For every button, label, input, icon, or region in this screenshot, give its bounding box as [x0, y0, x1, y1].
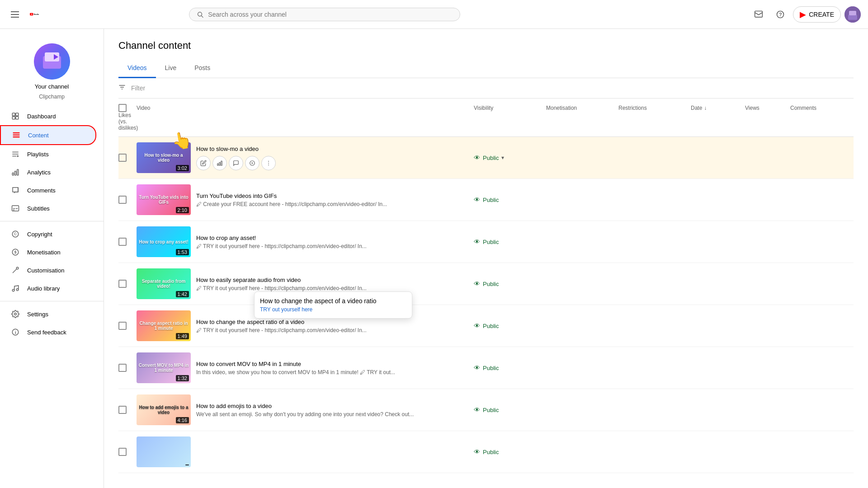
- sidebar-item-label-analytics: Analytics: [27, 169, 51, 176]
- sidebar-item-audio-library[interactable]: Audio library: [0, 279, 104, 297]
- customisation-icon: [11, 266, 20, 275]
- svg-rect-28: [17, 169, 19, 175]
- table-row: Separate audio from video! 1:42 How to e…: [118, 263, 854, 305]
- row1-title: How to slow-mo a video: [196, 145, 276, 152]
- row5-desc: 🖊 TRY it out yourself here - https://cli…: [196, 327, 367, 333]
- sidebar-item-content[interactable]: Content: [0, 125, 96, 145]
- col-monetisation: Monetisation: [546, 105, 618, 111]
- row5-thumbnail[interactable]: Change aspect ratio in 1 minute 1:49: [137, 310, 191, 341]
- popup-card: How to change the aspect of a video rati…: [254, 291, 412, 319]
- menu-icon[interactable]: [7, 8, 23, 21]
- sidebar-divider-2: [0, 301, 104, 301]
- tab-videos[interactable]: Videos: [118, 59, 156, 78]
- svg-rect-44: [217, 164, 218, 165]
- content-header: Channel content Videos Live Posts: [104, 29, 868, 78]
- row3-title: How to crop any asset!: [196, 235, 367, 241]
- row6-thumbnail[interactable]: Convert MOV to MP4 in 1 minute 1:32: [137, 352, 191, 383]
- subtitles-icon: [11, 204, 20, 213]
- row1-analytics-button[interactable]: [212, 156, 227, 170]
- row8-thumbnail[interactable]: [137, 436, 191, 467]
- sidebar-item-label-subtitles: Subtitles: [27, 205, 50, 212]
- channel-avatar-image: [34, 43, 70, 80]
- svg-rect-26: [12, 173, 14, 175]
- sidebar-item-comments[interactable]: Comments: [0, 181, 104, 199]
- row1-thumbnail[interactable]: How to slow-mo a video 3:02: [137, 142, 191, 173]
- tab-live[interactable]: Live: [156, 59, 186, 78]
- col-date-label: Date: [691, 105, 702, 111]
- row1-monetise-button[interactable]: $: [245, 156, 259, 170]
- svg-rect-19: [13, 132, 20, 133]
- row7-thumbnail[interactable]: How to add emojis to a video 4:16: [137, 394, 191, 425]
- svg-rect-18: [16, 117, 19, 119]
- sidebar-item-subtitles[interactable]: Subtitles: [0, 199, 104, 217]
- row1-visibility: 👁 Public ▾: [474, 154, 546, 161]
- filter-icon: [118, 84, 126, 93]
- filter-placeholder[interactable]: Filter: [131, 84, 145, 92]
- row3-thumbnail[interactable]: How to crop any asset! 1:53: [137, 226, 191, 257]
- sidebar-item-dashboard[interactable]: Dashboard: [0, 107, 104, 125]
- sidebar-item-monetisation[interactable]: $ Monetisation: [0, 243, 104, 261]
- copyright-icon: ©: [11, 230, 20, 239]
- search-input[interactable]: [208, 11, 453, 18]
- tab-posts[interactable]: Posts: [185, 59, 219, 78]
- sidebar-item-analytics[interactable]: Analytics: [0, 163, 104, 181]
- row2-thumbnail[interactable]: Turn YouTube vids into GIFs 2:10: [137, 184, 191, 215]
- sidebar-item-send-feedback[interactable]: i Send feedback: [0, 323, 104, 341]
- row1-more-button[interactable]: [261, 156, 276, 170]
- create-button[interactable]: ▶ CREATE: [793, 6, 841, 23]
- sidebar-item-playlists[interactable]: Playlists: [0, 145, 104, 163]
- row3-checkbox[interactable]: [118, 238, 137, 246]
- playlists-icon: [11, 150, 20, 159]
- row2-vis-icon: 👁: [474, 196, 480, 203]
- row5-checkbox[interactable]: [118, 322, 137, 330]
- row7-checkbox[interactable]: [118, 406, 137, 414]
- row4-info: How to easily separate audio from video …: [196, 277, 367, 291]
- help-button[interactable]: ?: [771, 5, 789, 23]
- row6-checkbox[interactable]: [118, 364, 137, 372]
- row1-vis-label: Public: [483, 155, 499, 161]
- row4-desc: 🖊 TRY it out yourself here - https://cli…: [196, 285, 367, 291]
- messages-button[interactable]: [750, 5, 768, 23]
- row4-checkbox[interactable]: [118, 280, 137, 288]
- row1-vis-icon: 👁: [474, 154, 480, 161]
- row4-thumbnail[interactable]: Separate audio from video! 1:42: [137, 268, 191, 299]
- row1-checkbox[interactable]: [118, 154, 137, 162]
- row6-visibility: 👁 Public: [474, 364, 546, 371]
- row4-duration: 1:42: [176, 291, 189, 297]
- help-icon: ?: [776, 10, 785, 19]
- select-all-checkbox[interactable]: [118, 104, 137, 112]
- row2-checkbox[interactable]: [118, 196, 137, 204]
- main-content: Channel content Videos Live Posts Filter: [104, 29, 868, 488]
- layout: Your channel Clipchamp Dashboard Content…: [0, 29, 868, 488]
- avatar[interactable]: [844, 6, 861, 23]
- row7-duration: 4:16: [176, 417, 189, 423]
- sidebar-item-copyright[interactable]: © Copyright: [0, 225, 104, 243]
- row1-comments-button[interactable]: [229, 156, 243, 170]
- logo[interactable]: Studio: [30, 10, 41, 18]
- row3-vis-icon: 👁: [474, 238, 480, 245]
- row7-vis-label: Public: [483, 407, 499, 413]
- sidebar-item-settings[interactable]: Settings: [0, 305, 104, 323]
- col-video: Video: [137, 105, 474, 111]
- svg-rect-46: [221, 161, 222, 165]
- col-date[interactable]: Date ↓: [691, 105, 745, 111]
- svg-point-49: [268, 161, 269, 162]
- sidebar-item-label-copyright: Copyright: [27, 231, 52, 238]
- search-bar[interactable]: [189, 8, 460, 21]
- topbar: Studio ? ▶ CREATE: [0, 0, 868, 29]
- row1-info: How to slow-mo a video: [196, 145, 276, 170]
- table-area: Filter Video Visibility Monetisation Res…: [104, 78, 868, 473]
- col-visibility: Visibility: [474, 105, 546, 111]
- row3-duration: 1:53: [176, 249, 189, 255]
- row2-vis-label: Public: [483, 197, 499, 203]
- sidebar-item-customisation[interactable]: Customisation: [0, 261, 104, 279]
- sidebar-item-label-settings: Settings: [27, 311, 48, 318]
- row8-checkbox[interactable]: [118, 448, 137, 456]
- row1-vis-dropdown[interactable]: ▾: [501, 155, 504, 161]
- row2-video-cell: Turn YouTube vids into GIFs 2:10 Turn Yo…: [137, 184, 474, 215]
- row1-edit-button[interactable]: [196, 156, 211, 170]
- svg-rect-17: [12, 117, 15, 119]
- channel-avatar[interactable]: [34, 43, 70, 80]
- sort-icon: ↓: [704, 105, 707, 111]
- col-views: Views: [745, 105, 790, 111]
